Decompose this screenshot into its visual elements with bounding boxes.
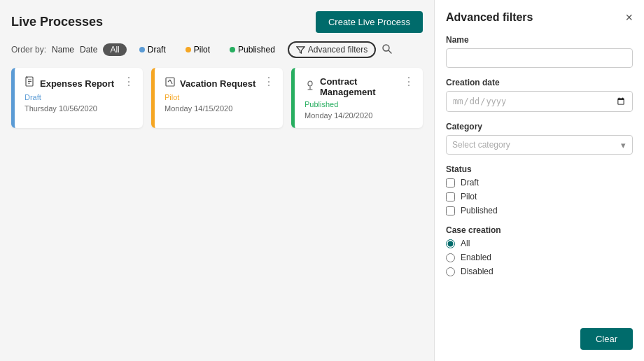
card-expenses-report[interactable]: Expenses Report ⋮ Draft Thursday 10/56/2…	[11, 68, 143, 128]
case-creation-disabled-radio[interactable]	[446, 267, 455, 276]
search-button[interactable]	[382, 43, 393, 57]
left-panel: Live Processes Create Live Process Order…	[0, 0, 434, 361]
status-checkbox-group: Draft Pilot Published	[446, 178, 633, 215]
case-creation-disabled-item[interactable]: Disabled	[446, 267, 633, 276]
svg-rect-6	[166, 78, 174, 86]
status-draft-checkbox[interactable]	[446, 178, 455, 187]
case-creation-enabled-label: Enabled	[461, 253, 491, 262]
status-label: Status	[446, 164, 633, 174]
creation-date-label: Creation date	[446, 78, 633, 87]
contract-management-title: Contract Management	[320, 76, 403, 97]
case-creation-all-label: All	[461, 239, 470, 248]
contract-management-date: Monday 14/20/2020	[304, 111, 414, 120]
case-creation-all-item[interactable]: All	[446, 239, 633, 248]
card-header: Vacation Request ⋮	[164, 76, 274, 90]
close-panel-button[interactable]: ×	[625, 11, 633, 24]
category-select-wrapper: Select category	[446, 135, 633, 155]
filter-published[interactable]: Published	[223, 43, 282, 56]
header-row: Live Processes Create Live Process	[11, 11, 423, 33]
card-menu-expenses[interactable]: ⋮	[123, 76, 134, 87]
status-draft-label: Draft	[461, 178, 479, 187]
contract-management-status: Published	[304, 100, 414, 108]
expenses-icon	[24, 76, 36, 90]
case-creation-label: Case creation	[446, 225, 633, 235]
case-creation-disabled-label: Disabled	[461, 267, 493, 276]
status-published-label: Published	[461, 206, 498, 215]
pilot-dot	[186, 47, 191, 52]
card-vacation-request[interactable]: Vacation Request ⋮ Pilot Monday 14/15/20…	[151, 68, 283, 128]
published-dot	[230, 47, 235, 52]
order-by-label: Order by:	[11, 45, 46, 55]
expenses-report-date: Thursday 10/56/2020	[24, 104, 134, 113]
cards-grid: Expenses Report ⋮ Draft Thursday 10/56/2…	[11, 68, 423, 128]
page-title: Live Processes	[11, 15, 103, 29]
case-creation-enabled-item[interactable]: Enabled	[446, 253, 633, 262]
card-title-row: Contract Management	[304, 76, 403, 97]
order-by-name[interactable]: Name	[52, 45, 74, 55]
advanced-filters-button[interactable]: Advanced filters	[288, 41, 376, 58]
clear-button[interactable]: Clear	[580, 328, 633, 350]
case-creation-radio-group: All Enabled Disabled	[446, 239, 633, 276]
draft-dot	[139, 47, 145, 52]
name-field-group: Name	[446, 35, 633, 68]
status-pilot-checkbox-item[interactable]: Pilot	[446, 192, 633, 201]
category-label: Category	[446, 122, 633, 132]
search-icon	[382, 43, 393, 55]
card-title-row: Expenses Report	[24, 76, 114, 90]
card-menu-vacation[interactable]: ⋮	[263, 76, 274, 87]
svg-line-8	[170, 80, 172, 84]
filter-pilot[interactable]: Pilot	[178, 43, 217, 56]
advanced-filters-label: Advanced filters	[308, 45, 368, 55]
vacation-icon	[164, 76, 176, 90]
advanced-filters-panel: Advanced filters × Name Creation date Ca…	[434, 0, 644, 361]
filter-row: Order by: Name Date All Draft Pilot Publ…	[11, 41, 423, 58]
order-by-date[interactable]: Date	[80, 45, 97, 55]
expenses-report-status: Draft	[24, 93, 134, 101]
filter-all[interactable]: All	[103, 43, 126, 56]
vacation-request-status: Pilot	[164, 93, 274, 101]
vacation-request-title: Vacation Request	[180, 78, 255, 89]
contract-icon	[304, 80, 316, 94]
category-field-group: Category Select category	[446, 122, 633, 155]
creation-date-input[interactable]	[446, 91, 633, 112]
filter-draft-label: Draft	[148, 45, 166, 55]
status-field-group: Status Draft Pilot Published	[446, 164, 633, 215]
creation-date-field-group: Creation date	[446, 78, 633, 112]
svg-line-7	[168, 80, 170, 82]
status-published-checkbox[interactable]	[446, 206, 455, 215]
card-header: Contract Management ⋮	[304, 76, 414, 97]
card-menu-contract[interactable]: ⋮	[403, 76, 414, 87]
case-creation-all-radio[interactable]	[446, 239, 455, 248]
status-published-checkbox-item[interactable]: Published	[446, 206, 633, 215]
card-title-row: Vacation Request	[164, 76, 255, 90]
create-live-process-button[interactable]: Create Live Process	[316, 11, 423, 33]
filter-draft[interactable]: Draft	[132, 43, 173, 56]
panel-header: Advanced filters ×	[446, 11, 633, 24]
status-draft-checkbox-item[interactable]: Draft	[446, 178, 633, 187]
filter-published-label: Published	[238, 45, 275, 55]
svg-line-1	[388, 50, 391, 53]
name-label: Name	[446, 35, 633, 45]
category-select[interactable]: Select category	[446, 135, 633, 155]
card-header: Expenses Report ⋮	[24, 76, 134, 90]
case-creation-enabled-radio[interactable]	[446, 253, 455, 262]
filter-icon	[296, 45, 305, 55]
status-pilot-label: Pilot	[461, 192, 477, 201]
case-creation-field-group: Case creation All Enabled Disabled	[446, 225, 633, 276]
status-pilot-checkbox[interactable]	[446, 192, 455, 201]
panel-title: Advanced filters	[446, 11, 533, 24]
filter-all-label: All	[110, 45, 119, 55]
card-contract-management[interactable]: Contract Management ⋮ Published Monday 1…	[291, 68, 423, 128]
panel-footer: Clear	[446, 328, 633, 350]
expenses-report-title: Expenses Report	[40, 78, 114, 89]
vacation-request-date: Monday 14/15/2020	[164, 104, 274, 113]
filter-pilot-label: Pilot	[194, 45, 210, 55]
name-input[interactable]	[446, 48, 633, 68]
